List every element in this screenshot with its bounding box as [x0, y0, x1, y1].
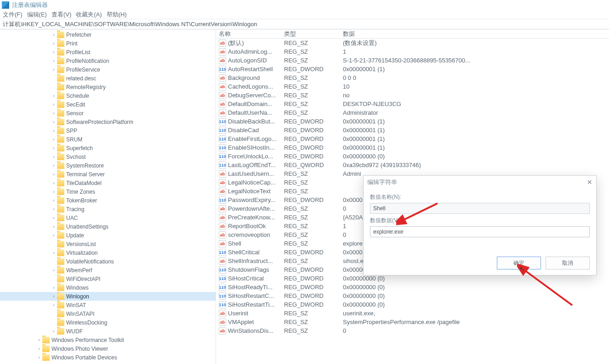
tree-item[interactable]: ›ProfileNotification [0, 56, 216, 65]
value-row[interactable]: 110AutoRestartShellREG_DWORD0x00000001 (… [216, 65, 609, 73]
value-row[interactable]: abCachedLogons...REG_SZ10 [216, 82, 609, 91]
chevron-right-icon[interactable]: › [51, 33, 56, 37]
chevron-right-icon[interactable]: › [51, 41, 56, 46]
tree-item[interactable]: ›ProfileService [0, 65, 216, 74]
col-data[interactable]: 数据 [340, 30, 609, 38]
tree-item[interactable]: ›WbemPerf [0, 266, 216, 274]
chevron-right-icon[interactable]: › [51, 198, 56, 203]
tree-item[interactable]: ›Windows Performance Toolkit [0, 336, 216, 344]
menu-fav[interactable]: 收藏夹(A) [76, 11, 102, 19]
tree-item[interactable]: ›UAC [0, 213, 216, 222]
chevron-right-icon[interactable]: › [51, 207, 56, 212]
value-row[interactable]: 110EnableFirstLogo...REG_DWORD0x00000001… [216, 134, 609, 143]
tree-pane[interactable]: ›Prefetcher›Print›ProfileList›ProfileNot… [0, 29, 216, 364]
chevron-right-icon[interactable]: › [51, 94, 56, 98]
tree-item[interactable]: VolatileNotifications [0, 257, 216, 266]
menu-edit[interactable]: 编辑(E) [27, 11, 47, 19]
chevron-right-icon[interactable]: › [51, 268, 56, 273]
chevron-right-icon[interactable]: › [51, 216, 56, 220]
menu-view[interactable]: 查看(V) [51, 11, 71, 19]
value-row[interactable]: abAutoAdminLog...REG_SZ1 [216, 47, 609, 56]
tree-item[interactable]: ›Print [0, 39, 216, 48]
value-row[interactable]: abDefaultUserNa...REG_SZAdministrator [216, 108, 609, 117]
chevron-right-icon[interactable]: › [51, 286, 56, 290]
chevron-right-icon[interactable]: › [51, 224, 56, 229]
chevron-right-icon[interactable]: › [37, 355, 41, 360]
chevron-right-icon[interactable]: › [51, 303, 56, 308]
tree-item[interactable]: ›Sensor [0, 109, 216, 118]
chevron-right-icon[interactable]: › [51, 67, 56, 72]
value-row[interactable]: 110LastLogOffEndT...REG_QWORD0xa39cbd972… [216, 161, 609, 169]
tree-item[interactable]: related.desc [0, 74, 216, 83]
tree-item[interactable]: ›Terminal Server [0, 170, 216, 179]
tree-item[interactable]: ›Svchost [0, 152, 216, 161]
tree-item[interactable]: ›SoftwareProtectionPlatform [0, 118, 216, 126]
value-row[interactable]: abDefaultDomain...REG_SZDESKTOP-NJEU3CG [216, 100, 609, 108]
tree-item[interactable]: ›ProfileList [0, 48, 216, 56]
tree-item[interactable]: ›Windows Portable Devices [0, 353, 216, 362]
ok-button[interactable]: 确定 [497, 257, 541, 269]
chevron-right-icon[interactable]: › [51, 111, 56, 116]
cancel-button[interactable]: 取消 [546, 257, 590, 269]
tree-item[interactable]: ›Time Zones [0, 187, 216, 196]
chevron-right-icon[interactable]: › [51, 172, 56, 177]
chevron-right-icon[interactable]: › [51, 190, 56, 194]
value-row[interactable]: 110ForceUnlockLo...REG_DWORD0x00000000 (… [216, 152, 609, 161]
chevron-right-icon[interactable]: › [51, 329, 56, 334]
value-row[interactable]: abWinStationsDis...REG_SZ0 [216, 326, 609, 335]
tree-item[interactable]: ›Winlogon [0, 292, 216, 301]
chevron-right-icon[interactable]: › [37, 347, 41, 351]
value-row[interactable]: abUserinitREG_SZuserinit.exe, [216, 309, 609, 318]
value-row[interactable]: 110SiHostReadyTi...REG_DWORD0x00000000 (… [216, 283, 609, 291]
tree-item[interactable]: ›TokenBroker [0, 196, 216, 205]
tree-item[interactable]: ›SPP [0, 126, 216, 135]
value-row[interactable]: abDebugServerCo...REG_SZno [216, 91, 609, 100]
chevron-right-icon[interactable]: › [51, 120, 56, 124]
tree-item[interactable]: WiFiDirectAPI [0, 274, 216, 283]
tree-item[interactable]: ›SRUM [0, 135, 216, 144]
menu-file[interactable]: 文件(F) [3, 11, 23, 19]
chevron-right-icon[interactable]: › [51, 155, 56, 159]
col-type[interactable]: 类型 [281, 30, 340, 38]
close-icon[interactable]: ✕ [587, 179, 592, 186]
value-row[interactable]: 110SiHostRestartC...REG_DWORD0x00000000 … [216, 291, 609, 300]
value-row[interactable]: abVMAppletREG_SZSystemPropertiesPerforma… [216, 318, 609, 326]
tree-item[interactable]: ›WUDF [0, 327, 216, 336]
tree-item[interactable]: ›Windows [0, 283, 216, 292]
tree-item[interactable]: RemoteRegistry [0, 83, 216, 91]
tree-item[interactable]: WirelessDocking [0, 318, 216, 327]
menu-help[interactable]: 帮助(H) [107, 11, 127, 19]
tree-item[interactable]: ›Schedule [0, 91, 216, 100]
chevron-right-icon[interactable]: › [51, 137, 56, 142]
tree-item[interactable]: ›Virtualization [0, 248, 216, 257]
chevron-right-icon[interactable]: › [51, 233, 56, 238]
chevron-right-icon[interactable]: › [37, 338, 41, 342]
value-row[interactable]: abBackgroundREG_SZ0 0 0 [216, 73, 609, 82]
tree-item[interactable]: ›SecEdit [0, 100, 216, 109]
chevron-right-icon[interactable]: › [51, 102, 56, 107]
chevron-right-icon[interactable]: › [51, 163, 56, 168]
tree-item[interactable]: ›Tracing [0, 205, 216, 213]
chevron-right-icon[interactable]: › [51, 251, 56, 255]
tree-item[interactable]: ›SystemRestore [0, 161, 216, 170]
tree-item[interactable]: ›TileDataModel [0, 179, 216, 187]
value-data-input[interactable] [370, 226, 590, 237]
value-row[interactable]: ab(默认)REG_SZ(数值未设置) [216, 39, 609, 47]
chevron-right-icon[interactable]: › [51, 181, 56, 185]
chevron-right-icon[interactable]: › [51, 50, 56, 55]
chevron-right-icon[interactable]: › [51, 59, 56, 63]
value-row[interactable]: abAutoLogonSIDREG_SZS-1-5-21-3776154350-… [216, 56, 609, 65]
chevron-right-icon[interactable]: › [51, 294, 56, 299]
tree-item[interactable]: WinSATAPI [0, 309, 216, 318]
tree-item[interactable]: ›Update [0, 231, 216, 240]
tree-item[interactable]: ›WinSAT [0, 301, 216, 309]
chevron-right-icon[interactable]: › [51, 129, 56, 133]
col-name[interactable]: 名称 [216, 30, 281, 38]
chevron-right-icon[interactable]: › [51, 146, 56, 151]
tree-item[interactable]: VersionsList [0, 240, 216, 248]
value-row[interactable]: 110SiHostRestartTi...REG_DWORD0x00000000… [216, 300, 609, 309]
value-row[interactable]: 110DisableBackBut...REG_DWORD0x00000001 … [216, 117, 609, 126]
tree-item[interactable]: ›Prefetcher [0, 30, 216, 39]
edit-string-dialog[interactable]: 编辑字符串 ✕ 数值名称(N): 数值数据(V): 确定 取消 [363, 175, 597, 275]
value-row[interactable]: 110EnableSIHostIn...REG_DWORD0x00000001 … [216, 143, 609, 152]
